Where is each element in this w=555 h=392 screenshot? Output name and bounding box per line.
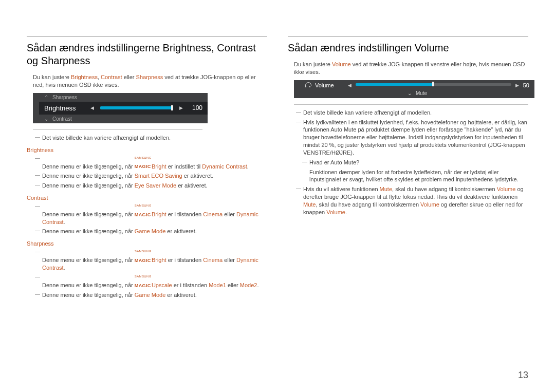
chevron-up-icon: ⌃ bbox=[44, 95, 48, 100]
hl-sharpness: Sharpness bbox=[136, 74, 163, 80]
text: Hvis lydkvaliteten i en tilsluttet lyden… bbox=[303, 119, 528, 157]
bullet: Denne menu er ikke tilgængelig, når SAMS… bbox=[27, 203, 267, 226]
volume-slider[interactable] bbox=[356, 82, 511, 88]
text: Denne menu er ikke tilgængelig, når SAMS… bbox=[42, 274, 258, 289]
triangle-left-icon: ◀ bbox=[90, 105, 94, 110]
text: Du kan justere bbox=[294, 61, 332, 67]
osd-selected-label: Brightness bbox=[44, 104, 86, 112]
bullet: Denne menu er ikke tilgængelig, når SAMS… bbox=[27, 249, 267, 272]
text: Denne menu er ikke tilgængelig, når Game… bbox=[42, 228, 197, 235]
section-rule bbox=[27, 36, 267, 36]
bullet: Denne menu er ikke tilgængelig, når Eye … bbox=[27, 182, 267, 190]
text: Det viste billede kan variere afhængigt … bbox=[303, 109, 432, 117]
bullet: Denne menu er ikke tilgængelig, når SAMS… bbox=[27, 155, 267, 171]
chevron-down-icon: ⌄ bbox=[44, 116, 48, 122]
note-auto-mute: Hvis lydkvaliteten i en tilsluttet lyden… bbox=[288, 119, 528, 157]
note-mute-toggle: Hvis du vil aktivere funktionen Mute, sk… bbox=[288, 185, 528, 216]
note-model: Det viste billede kan variere afhængigt … bbox=[27, 134, 267, 142]
text: Hvad er Auto Mute? bbox=[309, 159, 359, 166]
bullet: Denne menu er ikke tilgængelig, når Game… bbox=[27, 228, 267, 235]
osd-volume-row: Volume ◀ ▶ 50 bbox=[300, 80, 534, 90]
note-what-is-auto-mute: Hvad er Auto Mute? bbox=[300, 159, 528, 166]
chevron-down-icon: ⌄ bbox=[408, 90, 412, 96]
text: Denne menu er ikke tilgængelig, når Smar… bbox=[42, 172, 213, 180]
osd-mute-label: Mute bbox=[416, 90, 427, 96]
text: Denne menu er ikke tilgængelig, når Game… bbox=[42, 291, 197, 299]
intro-left: Du kan justere Brightness, Contrast elle… bbox=[27, 73, 267, 89]
triangle-right-icon: ▶ bbox=[179, 105, 183, 110]
osd-up-label: Sharpness bbox=[52, 95, 77, 100]
brightness-slider[interactable] bbox=[100, 106, 173, 109]
osd-row-up: ⌃ Sharpness bbox=[39, 93, 208, 102]
text: Det viste billede kan variere afhængigt … bbox=[42, 134, 171, 142]
note-auto-mute-answer: Funktionen dæmper lyden for at forbedre … bbox=[309, 169, 528, 184]
text: Hvis du vil aktivere funktionen Mute, sk… bbox=[303, 185, 528, 216]
text: Denne menu er ikke tilgængelig, når SAMS… bbox=[42, 203, 267, 226]
osd-volume-widget: Volume ◀ ▶ 50 ⌄ Mute bbox=[294, 80, 534, 98]
osd-volume-label: Volume bbox=[315, 82, 344, 88]
subhead-contrast: Contrast bbox=[27, 195, 267, 201]
divider bbox=[294, 104, 528, 105]
divider bbox=[33, 129, 202, 130]
section-rule bbox=[288, 36, 528, 36]
bullet: Denne menu er ikke tilgængelig, når SAMS… bbox=[27, 274, 267, 289]
triangle-right-icon: ▶ bbox=[515, 83, 519, 88]
triangle-left-icon: ◀ bbox=[348, 83, 351, 88]
intro-right: Du kan justere Volume ved at trække JOG-… bbox=[288, 61, 528, 76]
bullet: Denne menu er ikke tilgængelig, når Game… bbox=[27, 291, 267, 299]
hl-brightness: Brightness bbox=[71, 74, 98, 80]
note-model: Det viste billede kan variere afhængigt … bbox=[288, 109, 528, 117]
osd-selected-value: 100 bbox=[187, 104, 202, 111]
osd-volume-value: 50 bbox=[523, 82, 529, 88]
text: Denne menu er ikke tilgængelig, når SAMS… bbox=[42, 249, 267, 272]
headphone-icon bbox=[305, 82, 311, 88]
bullet: Denne menu er ikke tilgængelig, når Smar… bbox=[27, 172, 267, 180]
osd-down-label: Contrast bbox=[52, 116, 72, 122]
hl-contrast: Contrast bbox=[101, 74, 122, 80]
osd-brightness-widget: ⌃ Sharpness Brightness ◀ ▶ 100 ⌄ Contras… bbox=[33, 93, 208, 123]
text: Du kan justere bbox=[33, 74, 71, 80]
hl-volume: Volume bbox=[332, 61, 351, 67]
subhead-sharpness: Sharpness bbox=[27, 240, 267, 247]
text: eller bbox=[122, 74, 136, 80]
osd-row-down: ⌄ Contrast bbox=[39, 115, 208, 123]
heading-right: Sådan ændres indstillingen Volume bbox=[288, 42, 528, 54]
osd-row-selected: Brightness ◀ ▶ 100 bbox=[39, 102, 208, 115]
osd-mute-row: ⌄ Mute bbox=[300, 90, 534, 98]
heading-left: Sådan ændres indstillingerne Brightness,… bbox=[27, 42, 267, 67]
left-column: Sådan ændres indstillingerne Brightness,… bbox=[27, 36, 267, 301]
page-number: 13 bbox=[518, 370, 528, 381]
subhead-brightness: Brightness bbox=[27, 147, 267, 153]
text: Denne menu er ikke tilgængelig, når Eye … bbox=[42, 182, 208, 190]
right-column: Sådan ændres indstillingen Volume Du kan… bbox=[288, 36, 528, 301]
text: Denne menu er ikke tilgængelig, når SAMS… bbox=[42, 155, 249, 171]
